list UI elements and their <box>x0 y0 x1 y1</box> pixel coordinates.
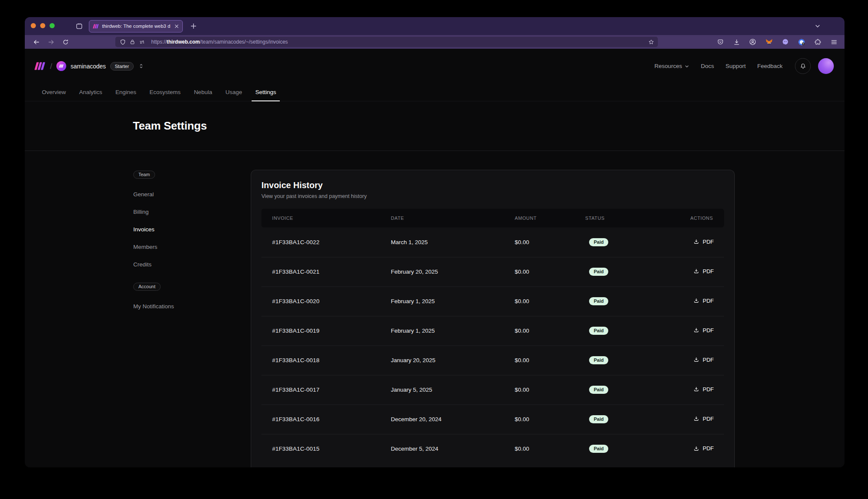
site-tab[interactable]: Usage <box>222 83 246 101</box>
invoice-amount: $0.00 <box>515 405 585 434</box>
resources-menu[interactable]: Resources <box>654 63 689 69</box>
status-badge: Paid <box>589 445 608 453</box>
phantom-extension-icon[interactable] <box>780 36 791 47</box>
permissions-icon[interactable] <box>139 39 145 45</box>
bell-icon <box>800 63 806 70</box>
status-badge: Paid <box>589 297 608 305</box>
sidebar-item[interactable]: General <box>133 190 210 199</box>
breadcrumb-separator: / <box>50 62 52 71</box>
team-name: saminacodes <box>70 63 106 70</box>
site-tab[interactable]: Engines <box>111 83 140 101</box>
download-icon <box>693 239 699 245</box>
thirdweb-page: / saminacodes Starter <box>25 49 845 467</box>
list-tabs-chevron-icon[interactable] <box>812 21 823 32</box>
downloads-icon[interactable] <box>731 36 742 47</box>
site-tab[interactable]: Ecosystems <box>146 83 185 101</box>
window-controls <box>31 23 55 28</box>
close-tab-icon[interactable] <box>174 24 179 29</box>
site-tab[interactable]: Analytics <box>75 83 106 101</box>
zoom-window-button[interactable] <box>50 23 55 28</box>
download-icon <box>693 327 699 333</box>
user-avatar[interactable] <box>818 58 834 74</box>
close-window-button[interactable] <box>31 23 36 28</box>
sidebar-item[interactable]: Invoices <box>133 225 210 234</box>
plan-badge: Starter <box>110 62 134 71</box>
menu-hamburger-icon[interactable] <box>828 36 839 47</box>
feedback-link[interactable]: Feedback <box>757 63 783 69</box>
site-tab[interactable]: Nebula <box>190 83 216 101</box>
invoice-amount: $0.00 <box>515 345 585 375</box>
invoice-date: January 20, 2025 <box>391 345 515 375</box>
tab-title: thirdweb: The complete web3 d <box>102 24 171 29</box>
invoice-row: #1F33BA1C-0018 January 20, 2025 $0.00 Pa… <box>261 345 724 375</box>
download-pdf-button[interactable]: PDF <box>693 268 714 275</box>
account-icon[interactable] <box>747 36 758 47</box>
thirdweb-logo-icon[interactable] <box>34 61 46 71</box>
invoice-date: February 20, 2025 <box>391 257 515 286</box>
column-header-status: STATUS <box>585 209 690 227</box>
team-switcher-chevrons-icon[interactable] <box>138 63 144 69</box>
team-avatar[interactable] <box>56 61 66 71</box>
invoice-number: #1F33BA1C-0017 <box>261 375 391 405</box>
site-tab[interactable]: Overview <box>38 83 70 101</box>
sidebar-item[interactable]: Members <box>133 243 210 251</box>
download-pdf-button[interactable]: PDF <box>693 416 714 422</box>
settings-sidebar: Team General Billing Invoices Members Cr… <box>133 170 210 311</box>
status-badge: Paid <box>589 415 608 423</box>
download-icon <box>693 298 699 304</box>
download-pdf-button[interactable]: PDF <box>693 327 714 334</box>
firefox-view-icon[interactable] <box>73 21 85 32</box>
browser-extensions <box>715 36 839 47</box>
download-pdf-button[interactable]: PDF <box>693 445 714 452</box>
invoice-date: January 5, 2025 <box>391 375 515 405</box>
download-icon <box>693 416 699 422</box>
invoice-amount: $0.00 <box>515 286 585 316</box>
sidebar-item[interactable]: Credits <box>133 260 210 269</box>
onepassword-extension-icon[interactable] <box>796 36 807 47</box>
invoice-number: #1F33BA1C-0019 <box>261 316 391 345</box>
invoice-row: #1F33BA1C-0015 December 5, 2024 $0.00 Pa… <box>261 434 724 464</box>
metamask-extension-icon[interactable] <box>763 36 774 47</box>
reload-icon[interactable] <box>60 36 71 47</box>
column-header-actions: ACTIONS <box>690 209 724 227</box>
forward-icon[interactable] <box>45 36 56 47</box>
invoice-date: December 20, 2024 <box>391 405 515 434</box>
tracking-protection-shield-icon[interactable] <box>120 39 126 45</box>
download-pdf-button[interactable]: PDF <box>693 386 714 393</box>
invoice-table: INVOICE DATE AMOUNT STATUS ACTIONS #1F33… <box>261 209 724 464</box>
invoice-row: #1F33BA1C-0019 February 1, 2025 $0.00 Pa… <box>261 316 724 345</box>
site-tab-bar: Overview Analytics Engines Ecosystems Ne… <box>25 83 845 101</box>
docs-link[interactable]: Docs <box>701 63 714 69</box>
download-icon <box>693 446 699 452</box>
invoice-number: #1F33BA1C-0018 <box>261 345 391 375</box>
sidebar-item[interactable]: My Notifications <box>133 302 210 311</box>
invoice-date: February 1, 2025 <box>391 286 515 316</box>
invoice-date: February 1, 2025 <box>391 316 515 345</box>
lock-icon[interactable] <box>129 39 135 45</box>
status-badge: Paid <box>589 386 608 394</box>
invoice-row: #1F33BA1C-0017 January 5, 2025 $0.00 Pai… <box>261 375 724 405</box>
browser-tab[interactable]: thirdweb: The complete web3 d <box>89 20 183 32</box>
browser-window: thirdweb: The complete web3 d <box>25 17 845 467</box>
bookmark-star-icon[interactable] <box>648 39 654 45</box>
minimize-window-button[interactable] <box>40 23 45 28</box>
sidebar-group-badge-team: Team <box>133 171 155 179</box>
download-pdf-button[interactable]: PDF <box>693 357 714 363</box>
url-bar[interactable]: https://thirdweb.com/team/saminacodes/~/… <box>115 37 658 47</box>
download-icon <box>693 386 699 392</box>
back-icon[interactable] <box>31 36 42 47</box>
download-pdf-button[interactable]: PDF <box>693 239 714 245</box>
status-badge: Paid <box>589 238 608 246</box>
pocket-icon[interactable] <box>715 36 726 47</box>
extensions-puzzle-icon[interactable] <box>812 36 823 47</box>
column-header-amount: AMOUNT <box>515 209 585 227</box>
invoice-number: #1F33BA1C-0022 <box>261 227 391 257</box>
sidebar-item[interactable]: Billing <box>133 208 210 216</box>
notifications-bell-button[interactable] <box>795 58 811 74</box>
site-tab[interactable]: Settings <box>252 83 280 101</box>
download-pdf-button[interactable]: PDF <box>693 298 714 304</box>
settings-content: Team General Billing Invoices Members Cr… <box>25 151 845 467</box>
invoice-row: #1F33BA1C-0021 February 20, 2025 $0.00 P… <box>261 257 724 286</box>
support-link[interactable]: Support <box>725 63 745 69</box>
new-tab-button[interactable] <box>188 21 199 32</box>
